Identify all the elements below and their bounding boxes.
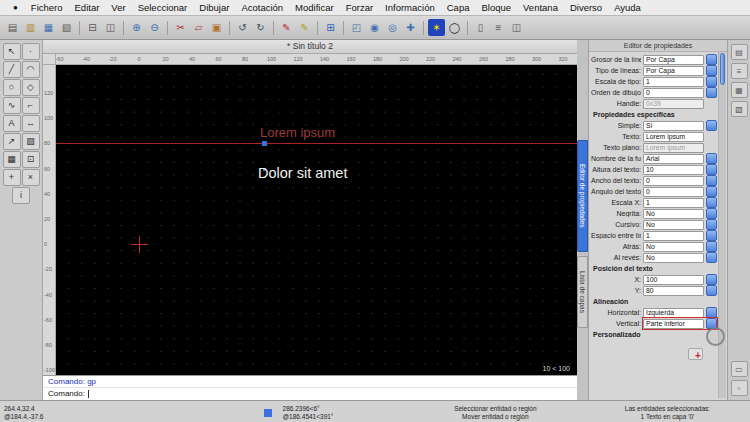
select-arrow-tool[interactable]: ↖ xyxy=(3,43,21,60)
dock-tab-editor-de-propiedades[interactable]: Editor de propiedades xyxy=(577,140,588,252)
save-file-button[interactable]: ▦ xyxy=(40,19,57,36)
y-spin-button[interactable] xyxy=(706,285,717,296)
text-tool[interactable]: A xyxy=(3,115,21,132)
ancho-del-texto-spin-button[interactable] xyxy=(706,175,717,186)
info-tool[interactable]: i xyxy=(12,187,30,204)
x-input[interactable]: 100 xyxy=(643,275,704,285)
altura-del-texto-spin-button[interactable] xyxy=(706,164,717,175)
modify-tool[interactable]: + xyxy=(3,169,21,186)
selection-handle[interactable] xyxy=(262,141,267,146)
grosor-de-la-linea-input[interactable]: Por Capa xyxy=(643,55,704,65)
pan-button[interactable]: ✚ xyxy=(402,19,419,36)
import-file-button[interactable]: ▧ xyxy=(58,19,75,36)
angulo-del-texto-input[interactable]: 0 xyxy=(643,187,704,197)
x-spin-button[interactable] xyxy=(706,274,717,285)
paste-button[interactable]: ▣ xyxy=(208,19,225,36)
angulo-del-texto-spin-button[interactable] xyxy=(706,186,717,197)
tipo-de-lineas-input[interactable]: Por Capa xyxy=(643,66,704,76)
tipo-de-lineas-spin-button[interactable] xyxy=(706,65,717,76)
delete-tool[interactable]: × xyxy=(22,169,40,186)
texto-input[interactable]: Lorem ipsum xyxy=(643,132,704,142)
redo-button[interactable]: ↻ xyxy=(252,19,269,36)
y-input[interactable]: 80 xyxy=(643,286,704,296)
vertical-spin-button[interactable] xyxy=(706,318,717,329)
simple-spin-button[interactable] xyxy=(706,120,717,131)
menu-informacion[interactable]: Información xyxy=(379,2,441,13)
escala-x-spin-button[interactable] xyxy=(706,197,717,208)
command-input[interactable]: Comando: xyxy=(43,388,577,400)
pen-edit-button[interactable]: ✎ xyxy=(278,19,295,36)
menu-editar[interactable]: Editar xyxy=(69,2,106,13)
copy-button[interactable]: ▱ xyxy=(190,19,207,36)
menu-capa[interactable]: Capa xyxy=(441,2,476,13)
menu-acotacion[interactable]: Acotación xyxy=(235,2,289,13)
menu-diverso[interactable]: Diverso xyxy=(564,2,608,13)
zoom-auto-button[interactable]: ◉ xyxy=(366,19,383,36)
toggle-layer-list-button[interactable]: ≡ xyxy=(731,63,748,79)
apple-menu-icon[interactable]: ● xyxy=(6,3,25,12)
escala-de-tipo-spin-button[interactable] xyxy=(706,76,717,87)
snap-circle-button[interactable]: ◯ xyxy=(446,19,463,36)
print-preview-button[interactable]: ◫ xyxy=(102,19,119,36)
ancho-del-texto-input[interactable]: 0 xyxy=(643,176,704,186)
nombre-de-la-fuente-spin-button[interactable] xyxy=(706,153,717,164)
line-tool[interactable]: ╱ xyxy=(3,61,21,78)
zoom-out-button[interactable]: ⊖ xyxy=(146,19,163,36)
cursivo-input[interactable]: No xyxy=(643,220,704,230)
atras-spin-button[interactable] xyxy=(706,241,717,252)
toggle-library-browser-button[interactable]: ▧ xyxy=(731,101,748,117)
property-editor-toggle-button[interactable]: ▯ xyxy=(472,19,489,36)
entity-line[interactable] xyxy=(56,143,577,144)
panel-scrollbar[interactable] xyxy=(718,52,726,398)
zoom-previous-button[interactable]: ◎ xyxy=(384,19,401,36)
new-file-button[interactable]: ▤ xyxy=(4,19,21,36)
horizontal-input[interactable]: Izquierda xyxy=(643,308,704,318)
drawing-canvas[interactable]: Lorem ipsum Dolor sit amet 10 < 100 xyxy=(56,65,577,375)
negrita-input[interactable]: No xyxy=(643,209,704,219)
menu-forzar[interactable]: Forzar xyxy=(340,2,379,13)
circle-tool[interactable]: ○ xyxy=(3,79,21,96)
dock-tab-lista-de-capas[interactable]: Lista de capas xyxy=(577,256,588,328)
horizontal-spin-button[interactable] xyxy=(706,307,717,318)
eu-flag-button[interactable]: ✶ xyxy=(428,19,445,36)
dimension-tool[interactable]: ↔ xyxy=(22,115,40,132)
open-file-button[interactable]: ▥ xyxy=(22,19,39,36)
menu-dibujar[interactable]: Dibujar xyxy=(193,2,235,13)
grid-toggle-button[interactable]: ⊞ xyxy=(322,19,339,36)
print-button[interactable]: ⊟ xyxy=(84,19,101,36)
menu-seleccionar[interactable]: Seleccionar xyxy=(132,2,194,13)
orden-de-dibujo-input[interactable]: 0 xyxy=(643,88,704,98)
espacio-entre-lineas-spin-button[interactable] xyxy=(706,230,717,241)
vertical-input[interactable]: Parte inferior xyxy=(643,319,704,329)
library-toggle-button[interactable]: ◫ xyxy=(508,19,525,36)
nombre-de-la-fuente-input[interactable]: Arial xyxy=(643,154,704,164)
polyline-tool[interactable]: ⌐ xyxy=(22,97,40,114)
zoom-in-button[interactable]: ⊕ xyxy=(128,19,145,36)
espacio-entre-lineas-input[interactable]: 1 xyxy=(643,231,704,241)
cursivo-spin-button[interactable] xyxy=(706,219,717,230)
menu-ayuda[interactable]: Ayuda xyxy=(608,2,647,13)
hatch-tool[interactable]: ▨ xyxy=(22,133,40,150)
block-insert-tool[interactable]: ⊡ xyxy=(22,151,40,168)
menu-ver[interactable]: Ver xyxy=(105,2,131,13)
toggle-command-line-button[interactable]: ▭ xyxy=(731,361,748,377)
scrollbar-thumb[interactable] xyxy=(720,53,725,85)
ellipse-tool[interactable]: ◇ xyxy=(22,79,40,96)
menu-modificar[interactable]: Modificar xyxy=(289,2,340,13)
escala-de-tipo-input[interactable]: 1 xyxy=(643,77,704,87)
atras-input[interactable]: No xyxy=(643,242,704,252)
menu-ventana[interactable]: Ventana xyxy=(517,2,564,13)
grosor-de-la-linea-spin-button[interactable] xyxy=(706,54,717,65)
cut-button[interactable]: ✂ xyxy=(172,19,189,36)
undo-button[interactable]: ↺ xyxy=(234,19,251,36)
orden-de-dibujo-spin-button[interactable] xyxy=(706,87,717,98)
canvas-text-dolor-sit-amet[interactable]: Dolor sit amet xyxy=(258,165,347,181)
toggle-block-list-button[interactable]: ▦ xyxy=(731,82,748,98)
toggle-property-editor-button[interactable]: ▤ xyxy=(731,44,748,60)
simple-input[interactable]: Sí xyxy=(643,121,704,131)
escala-x-input[interactable]: 1 xyxy=(643,198,704,208)
pen-highlight-button[interactable]: ✎ xyxy=(296,19,313,36)
al-reves-input[interactable]: No xyxy=(643,253,704,263)
spline-tool[interactable]: ∿ xyxy=(3,97,21,114)
toggle-statusbar-button[interactable]: ▫ xyxy=(731,380,748,396)
